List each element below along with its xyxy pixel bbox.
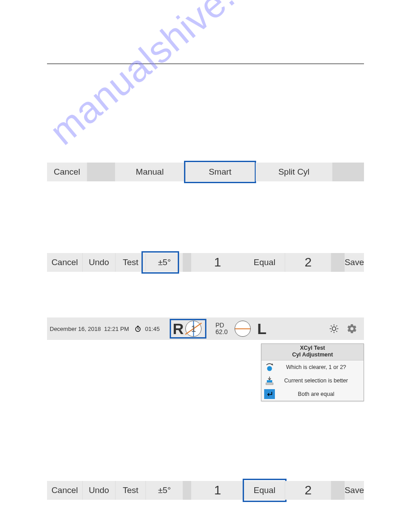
gear-icon [347, 323, 357, 334]
svg-line-11 [336, 331, 337, 332]
left-lens-icon [235, 321, 251, 337]
equal-button[interactable]: Equal [244, 481, 286, 500]
smart-label: Smart [209, 167, 231, 177]
toolbar-spacer [87, 163, 115, 181]
cancel-label: Cancel [54, 167, 80, 177]
save-label: Save [345, 257, 364, 267]
action-toolbar-2: Cancel Undo Test ±5° 1 Equal 2 Save [47, 481, 364, 500]
right-eye-selected[interactable]: R 1 [170, 319, 207, 339]
undo-button[interactable]: Undo [83, 253, 116, 272]
toolbar-gap [183, 253, 191, 272]
time-value: 12:21 PM [104, 326, 129, 332]
guide-header: XCyl Test Cyl Adjustment [261, 344, 364, 360]
undo-label: Undo [89, 257, 109, 267]
guide-text-1: Which is clearer, 1 or 2? [279, 364, 361, 370]
test-label: Test [123, 257, 138, 267]
svg-rect-16 [267, 380, 272, 382]
guide-row-2: Current selection is better [261, 374, 364, 387]
pd-label: PD [215, 322, 227, 329]
r-lens-number: 1 [191, 324, 196, 334]
svg-point-5 [332, 327, 336, 330]
sun-icon [329, 323, 339, 334]
enter-key-icon [264, 389, 275, 399]
r-letter: R [173, 320, 184, 338]
action-toolbar-1: Cancel Undo Test ±5° 1 Equal 2 Save [47, 253, 364, 272]
press-down-icon [264, 376, 275, 386]
pd-value: 62.0 [215, 329, 227, 335]
equal-label: Equal [254, 257, 276, 267]
svg-line-12 [331, 331, 332, 332]
undo-button[interactable]: Undo [83, 481, 116, 500]
test-button[interactable]: Test [116, 253, 146, 272]
test-label: Test [123, 485, 138, 495]
divider [47, 64, 364, 64]
mode-toolbar: Cancel Manual Smart Split Cyl [47, 163, 364, 181]
option-1-button[interactable]: 1 [191, 481, 244, 500]
stopwatch-icon [134, 325, 141, 332]
split-cyl-button[interactable]: Split Cyl [256, 163, 333, 181]
save-button[interactable]: Save [345, 253, 364, 272]
guide-row-3: Both are equal [261, 387, 364, 401]
degree-label: ±5° [158, 485, 171, 495]
elapsed-time: 01:45 [145, 326, 160, 332]
smart-button[interactable]: Smart [185, 163, 256, 181]
option-1-button[interactable]: 1 [191, 253, 244, 272]
guide-tooltip: XCyl Test Cyl Adjustment Which is cleare… [261, 343, 364, 401]
cancel-button[interactable]: Cancel [47, 481, 83, 500]
guide-title-2: Cyl Adjustment [261, 352, 364, 358]
guide-row-1: Which is clearer, 1 or 2? [261, 360, 364, 374]
toolbar-spacer-end [333, 163, 364, 181]
degree-button[interactable]: ±5° [146, 481, 183, 500]
status-bar: December 16, 2018 12:21 PM 01:45 R 1 PD … [47, 317, 364, 340]
degree-button[interactable]: ±5° [146, 253, 183, 272]
svg-point-14 [267, 366, 272, 371]
manual-button[interactable]: Manual [115, 163, 185, 181]
brightness-button[interactable] [326, 321, 342, 336]
option-2-label: 2 [304, 483, 312, 498]
l-letter: L [257, 320, 266, 338]
svg-line-13 [336, 326, 337, 326]
svg-line-10 [331, 326, 332, 326]
option-2-button[interactable]: 2 [285, 481, 331, 500]
toolbar-gap [183, 481, 191, 500]
save-button[interactable]: Save [345, 481, 364, 500]
cancel-label: Cancel [51, 485, 78, 495]
guide-title-1: XCyl Test [261, 345, 364, 352]
cancel-button[interactable]: Cancel [47, 163, 87, 181]
toolbar-gap [331, 481, 344, 500]
right-lens-icon: 1 [185, 321, 201, 337]
undo-label: Undo [89, 485, 109, 495]
equal-button[interactable]: Equal [244, 253, 286, 272]
pd-display: PD 62.0 [215, 322, 227, 336]
svg-rect-17 [266, 383, 273, 385]
svg-rect-1 [137, 326, 139, 327]
test-button[interactable]: Test [116, 481, 146, 500]
degree-label: ±5° [158, 257, 171, 267]
option-2-button[interactable]: 2 [285, 253, 331, 272]
date-text: December 16, 2018 12:21 PM [50, 326, 129, 332]
cancel-button[interactable]: Cancel [47, 253, 83, 272]
guide-text-2: Current selection is better [279, 378, 361, 384]
toolbar-gap [331, 253, 344, 272]
settings-button[interactable] [344, 321, 360, 336]
rotate-icon [264, 362, 275, 372]
equal-label: Equal [254, 485, 276, 495]
guide-text-3: Both are equal [279, 391, 361, 397]
option-1-label: 1 [214, 255, 221, 270]
manual-label: Manual [136, 167, 163, 177]
option-1-label: 1 [214, 483, 221, 498]
cancel-label: Cancel [51, 257, 78, 267]
option-2-label: 2 [304, 255, 312, 270]
split-cyl-label: Split Cyl [278, 167, 310, 177]
save-label: Save [345, 485, 364, 495]
date-value: December 16, 2018 [50, 326, 101, 332]
